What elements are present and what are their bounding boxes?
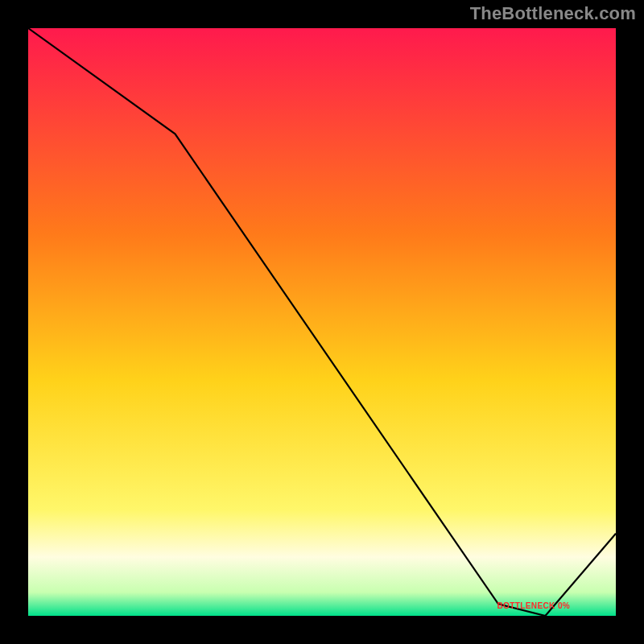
bottleneck-label: BOTTLENECK 0%	[497, 601, 570, 610]
watermark-text: TheBottleneck.com	[470, 3, 636, 24]
chart-frame: TheBottleneck.com BOTTLENECK 0%	[0, 0, 644, 644]
plot-area: BOTTLENECK 0%	[28, 28, 616, 616]
curve-line	[28, 28, 616, 616]
